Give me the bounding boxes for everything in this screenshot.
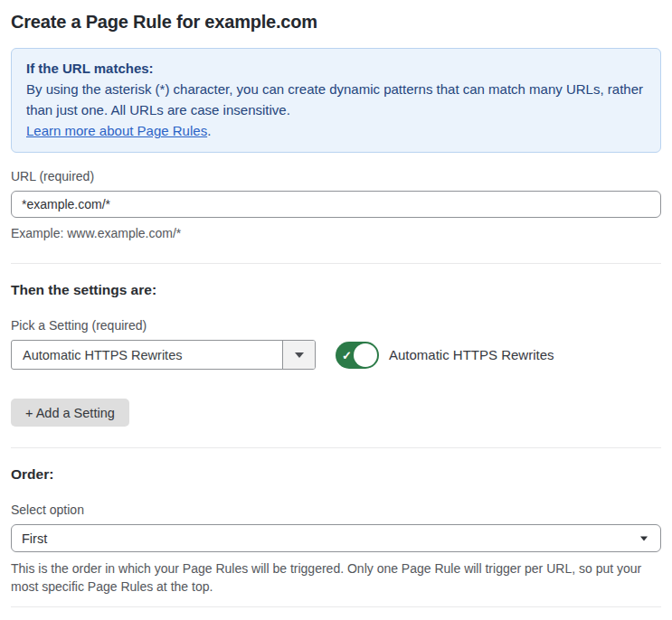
divider xyxy=(11,447,661,448)
settings-section-heading: Then the settings are: xyxy=(11,282,661,298)
info-box-link-line: Learn more about Page Rules. xyxy=(26,120,646,141)
setting-picker-arrow-button[interactable] xyxy=(282,341,315,369)
order-section-heading: Order: xyxy=(11,466,661,483)
setting-row: Automatic HTTPS Rewrites ✓ Automatic HTT… xyxy=(11,340,661,370)
add-setting-button[interactable]: + Add a Setting xyxy=(11,399,129,427)
caret-down-icon xyxy=(295,352,304,358)
info-box-body: By using the asterisk (*) character, you… xyxy=(26,79,646,120)
order-select[interactable]: First xyxy=(11,524,661,552)
link-suffix: . xyxy=(207,123,211,138)
info-box-heading: If the URL matches: xyxy=(26,58,646,79)
toggle-group: ✓ Automatic HTTPS Rewrites xyxy=(336,342,554,369)
toggle-knob xyxy=(354,343,377,367)
select-option-label: Select option xyxy=(11,503,661,517)
order-select-value: First xyxy=(22,531,47,546)
url-example-helper: Example: www.example.com/* xyxy=(11,224,661,242)
setting-picker-dropdown[interactable]: Automatic HTTPS Rewrites xyxy=(11,340,316,370)
check-icon: ✓ xyxy=(342,349,352,361)
page-title: Create a Page Rule for example.com xyxy=(11,12,661,33)
url-matches-info-box: If the URL matches: By using the asteris… xyxy=(11,48,661,153)
info-box-body-text: By using the asterisk (*) character, you… xyxy=(26,81,643,117)
create-page-rule-form: Create a Page Rule for example.com If th… xyxy=(0,0,672,620)
order-helper-text: This is the order in which your Page Rul… xyxy=(11,559,644,596)
toggle-label: Automatic HTTPS Rewrites xyxy=(389,347,554,362)
url-input[interactable] xyxy=(11,191,661,218)
divider xyxy=(11,606,661,607)
pick-setting-label: Pick a Setting (required) xyxy=(11,318,661,333)
divider xyxy=(11,263,661,264)
caret-down-icon xyxy=(640,536,648,540)
automatic-https-rewrites-toggle[interactable]: ✓ xyxy=(336,342,379,369)
url-field-label: URL (required) xyxy=(11,169,661,183)
setting-picker-value: Automatic HTTPS Rewrites xyxy=(12,341,282,369)
learn-more-link[interactable]: Learn more about Page Rules xyxy=(26,123,207,138)
